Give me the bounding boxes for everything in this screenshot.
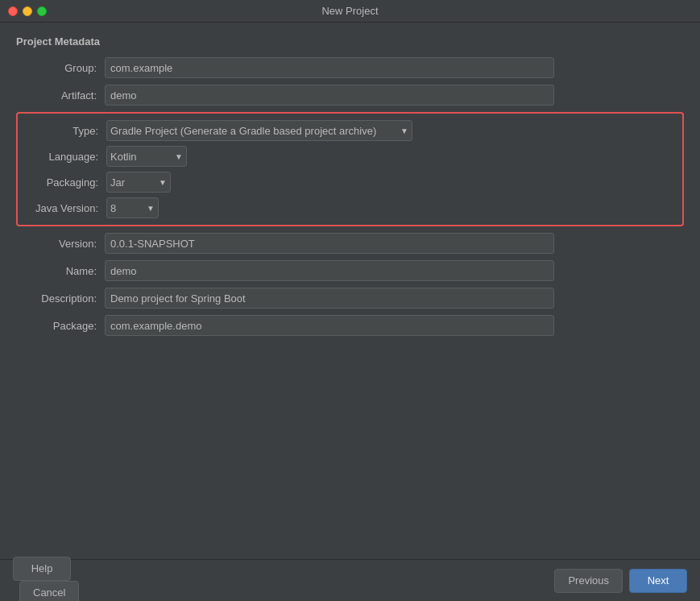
artifact-input[interactable]: [105, 85, 554, 106]
type-select[interactable]: Gradle Project (Generate a Gradle based …: [106, 120, 412, 141]
highlighted-options-section: Type: Gradle Project (Generate a Gradle …: [16, 112, 684, 226]
package-field-row: Package:: [16, 315, 684, 336]
description-label: Description:: [16, 292, 105, 305]
java-version-field-row: Java Version: 8 11 17 21 ▼: [18, 197, 676, 218]
type-label: Type:: [18, 125, 106, 137]
help-button[interactable]: Help: [13, 557, 71, 581]
window-controls: [8, 6, 47, 16]
name-label: Name:: [16, 265, 105, 277]
artifact-label: Artifact:: [16, 89, 105, 102]
group-field-row: Group:: [16, 57, 684, 78]
group-label: Group:: [16, 62, 105, 74]
description-field-row: Description:: [16, 288, 684, 309]
footer: Help Cancel Previous Next: [0, 559, 700, 601]
artifact-field-row: Artifact:: [16, 85, 684, 106]
package-input[interactable]: [105, 315, 554, 336]
next-button[interactable]: Next: [629, 569, 687, 593]
version-input[interactable]: [105, 233, 554, 254]
packaging-select[interactable]: Jar War: [106, 172, 171, 193]
language-field-row: Language: Kotlin Java Groovy ▼: [18, 146, 676, 167]
previous-button[interactable]: Previous: [554, 569, 623, 593]
package-label: Package:: [16, 320, 105, 332]
maximize-button[interactable]: [37, 6, 47, 16]
footer-left: Help Cancel: [13, 557, 554, 602]
version-field-row: Version:: [16, 233, 684, 254]
type-field-row: Type: Gradle Project (Generate a Gradle …: [18, 120, 676, 141]
name-input[interactable]: [105, 260, 554, 281]
main-content: Project Metadata Group: Artifact: Type: …: [0, 23, 700, 559]
group-input[interactable]: [105, 57, 554, 78]
description-input[interactable]: [105, 288, 554, 309]
cancel-button[interactable]: Cancel: [19, 581, 79, 602]
java-version-select-wrapper: 8 11 17 21 ▼: [106, 197, 159, 218]
window-title: New Project: [321, 5, 378, 17]
footer-right: Previous Next: [554, 569, 687, 593]
packaging-select-wrapper: Jar War ▼: [106, 172, 171, 193]
close-button[interactable]: [8, 6, 18, 16]
language-label: Language:: [18, 151, 106, 163]
java-version-label: Java Version:: [18, 202, 106, 214]
language-select[interactable]: Kotlin Java Groovy: [106, 146, 187, 167]
section-title: Project Metadata: [16, 35, 684, 48]
java-version-select[interactable]: 8 11 17 21: [106, 197, 159, 218]
name-field-row: Name:: [16, 260, 684, 281]
version-label: Version:: [16, 238, 105, 250]
type-select-wrapper: Gradle Project (Generate a Gradle based …: [106, 120, 412, 141]
language-select-wrapper: Kotlin Java Groovy ▼: [106, 146, 187, 167]
packaging-field-row: Packaging: Jar War ▼: [18, 172, 676, 193]
title-bar: New Project: [0, 0, 700, 23]
packaging-label: Packaging:: [18, 176, 106, 189]
minimize-button[interactable]: [23, 6, 32, 16]
